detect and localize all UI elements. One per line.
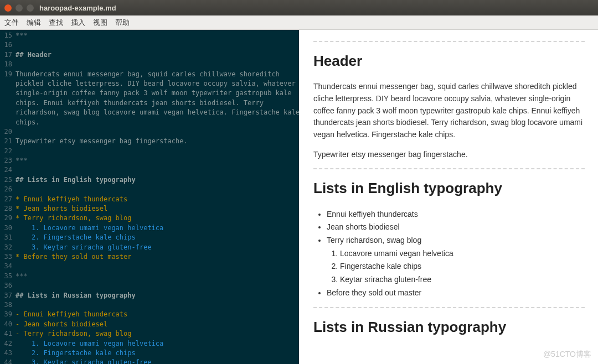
minimize-icon[interactable]	[16, 4, 23, 12]
code-text: - Terry richardson, swag blog	[16, 329, 299, 339]
editor-line[interactable]: 28* Jean shorts biodiesel	[0, 204, 299, 214]
editor-line[interactable]: 42 1. Locavore umami vegan helvetica	[0, 339, 299, 349]
editor-line[interactable]: 18	[0, 60, 299, 69]
heading-lists-en: Lists in English typography	[313, 177, 585, 199]
menu-help[interactable]: 帮助	[115, 18, 130, 28]
editor-line[interactable]: 33* Before they sold out master	[0, 252, 299, 262]
editor-line[interactable]: 17## Header	[0, 50, 299, 60]
paragraph: Typewriter etsy messenger bag fingerstac…	[313, 149, 585, 161]
line-number: 17	[0, 50, 16, 60]
code-text: pickled cliche letterpress. DIY beard lo…	[16, 79, 299, 89]
line-number: 33	[0, 252, 16, 262]
line-number: 34	[0, 262, 16, 271]
editor-line[interactable]: chips. Ennui keffiyeh thundercats jean s…	[0, 98, 299, 108]
editor-line[interactable]: 25## Lists in English typography	[0, 175, 299, 185]
editor-pane[interactable]: 15***1617## Header1819Thundercats ennui …	[0, 30, 299, 364]
preview-pane[interactable]: Header Thundercats ennui messenger bag, …	[299, 30, 598, 364]
line-number: 24	[0, 165, 16, 175]
editor-line[interactable]: 19Thundercats ennui messenger bag, squid…	[0, 70, 299, 79]
code-text	[16, 300, 299, 310]
editor-line[interactable]: 26	[0, 185, 299, 194]
code-text: Typewriter etsy messenger bag fingerstac…	[16, 137, 299, 146]
editor-line[interactable]: 32 3. Keytar sriracha gluten-free	[0, 243, 299, 252]
menu-insert[interactable]: 插入	[71, 18, 85, 28]
line-number: 42	[0, 339, 16, 349]
editor-line[interactable]: 27* Ennui keffiyeh thundercats	[0, 195, 299, 204]
line-number: 18	[0, 60, 16, 69]
editor-line[interactable]: 16	[0, 40, 299, 50]
line-number: 22	[0, 147, 16, 156]
line-number: 28	[0, 204, 16, 214]
code-text	[16, 60, 299, 69]
code-text: ***	[16, 31, 299, 40]
code-text: * Terry richardson, swag blog	[16, 214, 299, 223]
heading-header: Header	[313, 50, 585, 72]
code-text: single-origin coffee fanny pack 3 wolf m…	[16, 89, 299, 98]
code-text	[16, 40, 299, 50]
editor-line[interactable]: 43 2. Fingerstache kale chips	[0, 349, 299, 358]
code-text	[16, 281, 299, 290]
editor-line[interactable]: richardson, swag blog locavore umami veg…	[0, 108, 299, 117]
editor-line[interactable]: 24	[0, 165, 299, 175]
close-icon[interactable]	[4, 4, 12, 12]
editor-line[interactable]: pickled cliche letterpress. DIY beard lo…	[0, 79, 299, 89]
paragraph: Thundercats ennui messenger bag, squid c…	[313, 81, 585, 141]
line-number: 40	[0, 320, 16, 329]
line-number	[0, 108, 16, 117]
hr-icon	[313, 307, 585, 308]
editor-line[interactable]: 36	[0, 281, 299, 290]
editor-line[interactable]: 40- Jean shorts biodiesel	[0, 320, 299, 329]
line-number: 30	[0, 223, 16, 233]
editor-line[interactable]: 37## Lists in Russian typography	[0, 291, 299, 300]
editor-line[interactable]: chips.	[0, 118, 299, 127]
list-item: Before they sold out master	[327, 287, 585, 299]
editor-line[interactable]: 44 3. Keytar sriracha gluten-free	[0, 358, 299, 364]
editor-line[interactable]: 34	[0, 262, 299, 271]
list-item: Jean shorts biodiesel	[327, 221, 585, 233]
line-number: 25	[0, 175, 16, 185]
code-text: 2. Fingerstache kale chips	[16, 233, 299, 242]
editor-line[interactable]: 15***	[0, 31, 299, 40]
code-text: 1. Locavore umami vegan helvetica	[16, 223, 299, 233]
editor-line[interactable]: 39- Ennui keffiyeh thundercats	[0, 310, 299, 319]
list-item: Locavore umami vegan helvetica	[340, 248, 585, 260]
line-number: 20	[0, 127, 16, 137]
line-number: 15	[0, 31, 16, 40]
code-text: * Ennui keffiyeh thundercats	[16, 195, 299, 204]
editor-line[interactable]: 41- Terry richardson, swag blog	[0, 329, 299, 339]
menu-find[interactable]: 查找	[49, 18, 63, 28]
code-text: * Before they sold out master	[16, 252, 299, 262]
watermark: @51CTO博客	[543, 350, 591, 360]
menu-view[interactable]: 视图	[93, 18, 107, 28]
code-text: ***	[16, 272, 299, 281]
menu-edit[interactable]: 编辑	[27, 18, 41, 28]
editor-line[interactable]: 30 1. Locavore umami vegan helvetica	[0, 223, 299, 233]
editor-line[interactable]: single-origin coffee fanny pack 3 wolf m…	[0, 89, 299, 98]
editor-line[interactable]: 31 2. Fingerstache kale chips	[0, 233, 299, 242]
editor-line[interactable]: 22	[0, 147, 299, 156]
line-number: 37	[0, 291, 16, 300]
code-text	[16, 127, 299, 137]
maximize-icon[interactable]	[27, 4, 34, 12]
editor-line[interactable]: 29* Terry richardson, swag blog	[0, 214, 299, 223]
editor-line[interactable]: 35***	[0, 272, 299, 281]
list-item: Fingerstache kale chips	[340, 261, 585, 273]
editor-line[interactable]: 23***	[0, 156, 299, 165]
line-number: 23	[0, 156, 16, 165]
editor-line[interactable]: 21Typewriter etsy messenger bag fingerst…	[0, 137, 299, 146]
code-text: ## Lists in English typography	[16, 175, 299, 185]
line-number	[0, 118, 16, 127]
code-text: - Ennui keffiyeh thundercats	[16, 310, 299, 319]
menu-file[interactable]: 文件	[4, 18, 19, 28]
line-number: 27	[0, 195, 16, 204]
line-number: 31	[0, 233, 16, 242]
line-number: 36	[0, 281, 16, 290]
code-text: chips.	[16, 118, 299, 127]
editor-line[interactable]: 38	[0, 300, 299, 310]
code-text: chips. Ennui keffiyeh thundercats jean s…	[16, 98, 299, 108]
list-item: Terry richardson, swag blog Locavore uma…	[327, 235, 585, 286]
editor-line[interactable]: 20	[0, 127, 299, 137]
code-text: 3. Keytar sriracha gluten-free	[16, 243, 299, 252]
list-item: Ennui keffiyeh thundercats	[327, 209, 585, 221]
code-text: Thundercats ennui messenger bag, squid c…	[16, 70, 299, 79]
